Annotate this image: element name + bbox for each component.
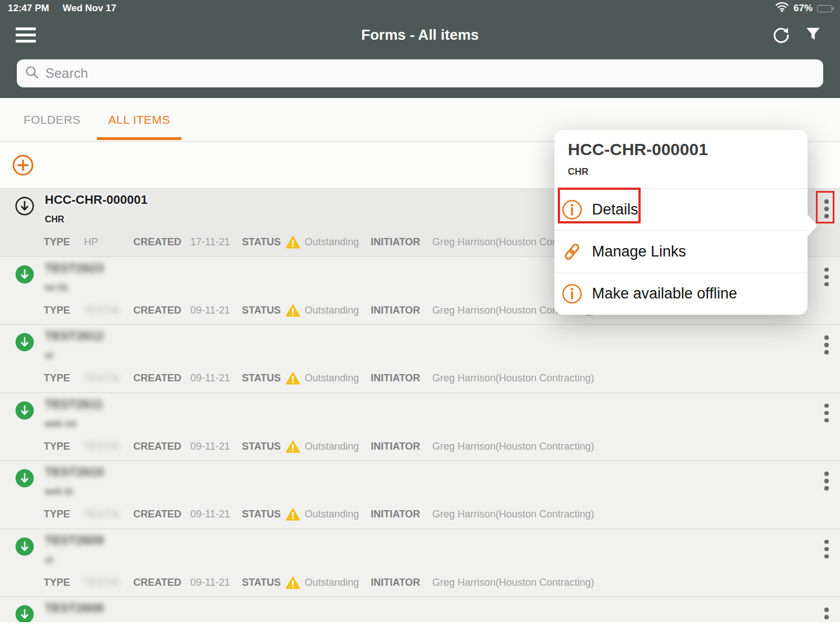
date: Wed Nov 17	[63, 3, 116, 14]
form-subtitle-redacted: st	[45, 555, 53, 565]
filter-icon[interactable]	[805, 26, 824, 45]
form-row[interactable]: TEST2610 web bl TYPE TEST/A CREATED 09-1…	[0, 461, 840, 529]
form-meta: TYPE TEST/A CREATED 09-11-21 STATUS Outs…	[44, 576, 594, 589]
form-row[interactable]: TEST2611 web ret TYPE TEST/A CREATED 09-…	[0, 393, 840, 461]
page-title: Forms - All items	[0, 26, 840, 44]
popup-arrow	[807, 214, 817, 237]
form-title-redacted: TEST2612	[45, 329, 104, 343]
downloaded-icon	[15, 605, 34, 622]
refresh-icon[interactable]	[772, 26, 791, 45]
form-subtitle-redacted: tst 01	[45, 283, 68, 293]
link-icon	[562, 241, 582, 262]
clock: 12:47 PM	[8, 3, 49, 14]
add-form-button[interactable]	[12, 154, 34, 176]
context-menu-subtitle: CHR	[568, 166, 808, 178]
info-icon	[562, 199, 582, 220]
form-title-redacted: TEST2609	[45, 533, 104, 548]
form-title-redacted: TEST2610	[45, 465, 104, 479]
tab-folders[interactable]: FOLDERS	[16, 98, 88, 141]
nav-bar: Forms - All items	[0, 17, 840, 53]
more-options-icon[interactable]	[824, 472, 829, 493]
more-options-icon[interactable]	[824, 608, 829, 622]
form-subtitle-redacted: st	[45, 351, 53, 361]
more-options-icon[interactable]	[824, 404, 829, 426]
form-row[interactable]: TEST2609 st TYPE TEST/A CREATED 09-11-21…	[0, 529, 840, 598]
form-meta: TYPE TEST/A CREATED 09-11-21 STATUS Outs…	[44, 372, 594, 385]
context-menu-header: HCC-CHR-000001 CHR	[554, 130, 808, 188]
downloaded-icon	[15, 401, 34, 420]
menu-item-manage-links[interactable]: Manage Links	[554, 230, 808, 272]
context-menu: HCC-CHR-000001 CHR Details	[554, 130, 808, 315]
form-subtitle-redacted: web ret	[45, 419, 76, 429]
form-title-redacted: TEST2623	[45, 261, 104, 276]
tab-all-items[interactable]: ALL ITEMS	[97, 98, 181, 141]
battery-icon	[817, 5, 832, 12]
top-bar: 12:47 PM Wed Nov 17 67%	[0, 0, 840, 98]
wifi-icon	[775, 2, 789, 15]
more-options-icon[interactable]	[824, 199, 829, 221]
menu-item-details[interactable]: Details	[554, 188, 808, 230]
menu-item-make-available-offline[interactable]: Make available offline	[554, 273, 808, 315]
downloaded-icon	[15, 537, 34, 556]
more-options-icon[interactable]	[824, 335, 829, 357]
form-row[interactable]: TEST2612 st TYPE TEST/A CREATED 09-11-21…	[0, 325, 840, 393]
search-bar[interactable]	[17, 59, 823, 87]
active-tab-underline	[97, 137, 181, 140]
form-meta: TYPE TEST/A CREATED 09-11-21 STATUS Outs…	[44, 304, 594, 317]
search-area	[0, 53, 840, 98]
downloaded-icon	[15, 265, 34, 284]
download-icon	[15, 197, 34, 216]
bottom-strip	[0, 622, 840, 630]
form-subtitle-redacted: web bl	[45, 487, 73, 497]
warning-icon	[286, 304, 300, 317]
warning-icon	[286, 372, 300, 385]
more-options-icon[interactable]	[824, 540, 829, 562]
search-input[interactable]	[45, 66, 815, 81]
search-icon	[25, 65, 40, 82]
form-meta: TYPE TEST/A CREATED 09-11-21 STATUS Outs…	[44, 440, 594, 453]
form-subtitle: CHR	[45, 214, 64, 225]
form-row[interactable]: TEST2608	[0, 597, 840, 622]
battery-percent: 67%	[794, 3, 813, 14]
form-meta: TYPE TEST/A CREATED 09-11-21 STATUS Outs…	[44, 508, 594, 521]
warning-icon	[286, 576, 300, 589]
context-menu-title: HCC-CHR-000001	[568, 140, 808, 159]
downloaded-icon	[15, 469, 34, 488]
form-title: HCC-CHR-000001	[45, 193, 147, 207]
status-bar: 12:47 PM Wed Nov 17 67%	[0, 0, 840, 17]
downloaded-icon	[15, 333, 34, 352]
form-title-redacted: TEST2611	[45, 397, 103, 412]
warning-icon	[286, 440, 300, 453]
info-icon	[562, 283, 582, 304]
form-meta: TYPE HP CREATED 17-11-21 STATUS Outstand…	[44, 236, 594, 249]
warning-icon	[286, 236, 300, 249]
app-screen: 12:47 PM Wed Nov 17 67%	[0, 0, 840, 630]
more-options-icon[interactable]	[824, 268, 829, 290]
warning-icon	[286, 508, 300, 521]
form-title-redacted: TEST2608	[45, 601, 104, 615]
